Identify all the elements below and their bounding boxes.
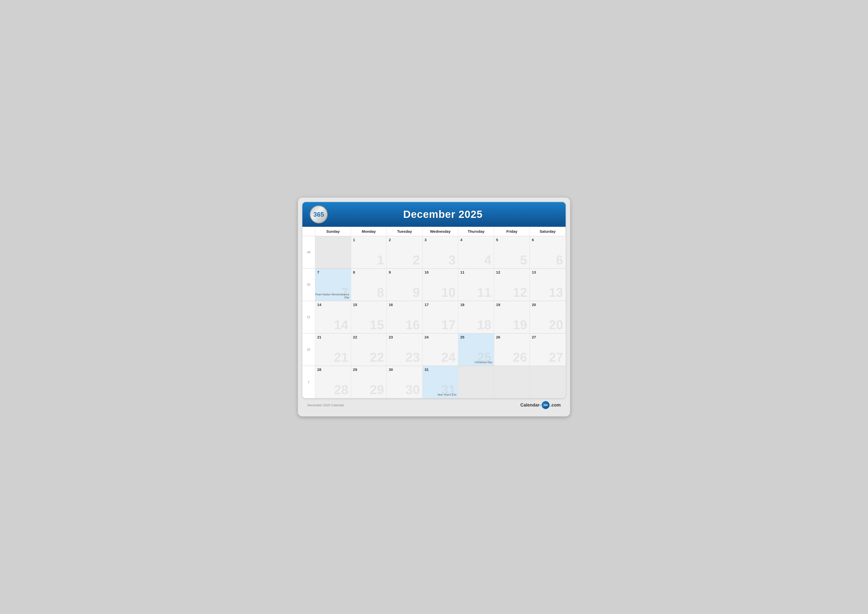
ghost-number: 28: [334, 383, 349, 396]
day-cell-27: 2727: [530, 334, 566, 366]
day-number: 26: [496, 335, 528, 339]
holiday-label: New Year's Eve: [437, 393, 457, 396]
footer-brand-prefix: Calendar-: [520, 403, 541, 408]
calendar-row-3: 5221212222232324242525Christmas Day26262…: [302, 334, 566, 366]
ghost-number: 4: [484, 253, 491, 266]
ghost-number: 19: [513, 319, 527, 331]
footer-logo-circle: 365: [542, 401, 550, 409]
ghost-number: 26: [513, 351, 527, 364]
ghost-number: 6: [556, 253, 563, 266]
day-cell-29: 2929: [351, 366, 387, 398]
calendar-row-1: 5077Pearl Harbor Remembrance Day88991010…: [302, 269, 566, 301]
day-cell-12: 1212: [494, 269, 530, 301]
logo-circle: 365: [310, 205, 328, 223]
day-cell-empty-6: [530, 366, 566, 398]
day-cell-17: 1717: [423, 301, 459, 333]
day-number: 7: [317, 270, 349, 274]
day-number: 24: [425, 335, 456, 339]
day-number: 19: [496, 303, 528, 307]
week-number-3: 52: [302, 334, 315, 366]
day-cell-empty-0: [315, 236, 351, 268]
day-number: 3: [425, 238, 456, 242]
holiday-label: Pearl Harbor Remembrance Day: [315, 293, 349, 299]
day-number: 9: [389, 270, 420, 274]
day-cell-25: 2525Christmas Day: [458, 334, 494, 366]
day-number: 27: [532, 335, 564, 339]
day-cell-7: 77Pearl Harbor Remembrance Day: [315, 269, 351, 301]
day-number: 8: [353, 270, 385, 274]
ghost-number: 21: [334, 351, 349, 364]
day-number: 10: [425, 270, 456, 274]
day-number: 15: [353, 303, 385, 307]
ghost-number: 9: [413, 286, 420, 299]
dow-row: SundayMondayTuesdayWednesdayThursdayFrid…: [302, 227, 566, 236]
ghost-number: 11: [477, 286, 491, 299]
dow-cell-thursday: Thursday: [458, 227, 494, 236]
day-cell-9: 99: [387, 269, 423, 301]
day-cell-26: 2626: [494, 334, 530, 366]
calendar-row-0: 49112233445566: [302, 236, 566, 269]
day-number: 5: [496, 238, 528, 242]
ghost-number: 27: [549, 351, 563, 364]
day-cell-16: 1616: [387, 301, 423, 333]
day-number: 21: [317, 335, 349, 339]
ghost-number: 16: [406, 319, 420, 331]
ghost-number: 8: [377, 286, 384, 299]
footer: December 2025 Calendar Calendar- 365 .co…: [302, 398, 566, 412]
ghost-number: 29: [370, 383, 384, 396]
ghost-number: 23: [406, 351, 420, 364]
day-number: 2: [389, 238, 420, 242]
ghost-number: 1: [377, 253, 384, 266]
dow-cell-friday: Friday: [494, 227, 530, 236]
ghost-number: 17: [441, 319, 456, 331]
dow-week-spacer: [302, 227, 315, 236]
ghost-number: 12: [513, 286, 527, 299]
dow-cell-sunday: Sunday: [315, 227, 351, 236]
day-number: 31: [425, 367, 456, 372]
day-number: 13: [532, 270, 564, 274]
day-number: 16: [389, 303, 420, 307]
day-number: 29: [353, 367, 385, 372]
ghost-number: 15: [370, 319, 384, 331]
day-number: 25: [460, 335, 492, 339]
week-number-4: 1: [302, 366, 315, 398]
week-number-2: 51: [302, 301, 315, 333]
week-number-0: 49: [302, 236, 315, 268]
holiday-label: Christmas Day: [474, 361, 492, 364]
day-cell-18: 1818: [458, 301, 494, 333]
day-cell-empty-4: [458, 366, 494, 398]
day-cell-10: 1010: [423, 269, 459, 301]
logo-text: 365: [313, 211, 324, 218]
footer-right: Calendar- 365 .com: [520, 401, 561, 409]
ghost-number: 18: [477, 319, 491, 331]
calendar-grid: 491122334455665077Pearl Harbor Remembran…: [302, 236, 566, 398]
day-cell-22: 2222: [351, 334, 387, 366]
day-cell-15: 1515: [351, 301, 387, 333]
calendar-row-4: 12828292930303131New Year's Eve: [302, 366, 566, 398]
day-cell-31: 3131New Year's Eve: [423, 366, 459, 398]
dow-cell-saturday: Saturday: [530, 227, 566, 236]
day-number: 1: [353, 238, 385, 242]
day-cell-23: 2323: [387, 334, 423, 366]
day-cell-3: 33: [423, 236, 459, 268]
footer-brand-suffix: .com: [550, 403, 561, 408]
ghost-number: 13: [549, 286, 563, 299]
day-number: 28: [317, 367, 349, 372]
day-number: 6: [532, 238, 564, 242]
calendar-row-2: 511414151516161717181819192020: [302, 301, 566, 334]
ghost-number: 24: [441, 351, 456, 364]
page-wrapper: 365 December 2025 SundayMondayTuesdayWed…: [298, 197, 570, 417]
ghost-number: 3: [448, 253, 456, 266]
day-cell-28: 2828: [315, 366, 351, 398]
ghost-number: 14: [334, 319, 349, 331]
calendar-card: 365 December 2025 SundayMondayTuesdayWed…: [302, 202, 566, 398]
ghost-number: 5: [520, 253, 527, 266]
footer-left-text: December 2025 Calendar: [307, 403, 344, 407]
day-number: 18: [460, 303, 492, 307]
dow-cell-wednesday: Wednesday: [423, 227, 459, 236]
day-cell-20: 2020: [530, 301, 566, 333]
day-number: 30: [389, 367, 420, 372]
day-number: 17: [425, 303, 456, 307]
day-cell-8: 88: [351, 269, 387, 301]
day-cell-1: 11: [351, 236, 387, 268]
